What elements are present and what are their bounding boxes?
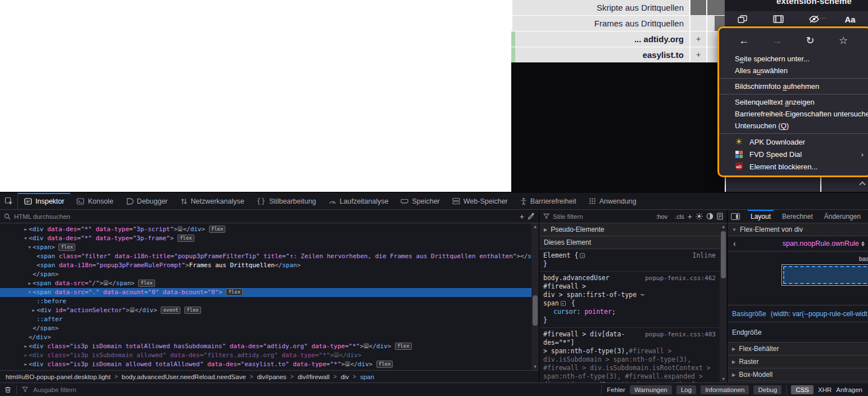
firewall-cell[interactable]: [690, 0, 706, 15]
badge-event[interactable]: event: [161, 307, 180, 314]
badge-flex[interactable]: flex: [209, 226, 226, 233]
markup-line[interactable]: ::after: [0, 315, 539, 324]
tab-speicher[interactable]: Speicher: [394, 193, 446, 209]
flex-item-selector[interactable]: span.noopRule.ownRule: [736, 240, 859, 248]
breadcrumb-item[interactable]: body.advancedUser.needReload.needSave: [122, 374, 246, 380]
no-popups-icon[interactable]: [725, 15, 761, 24]
breadcrumb-item[interactable]: html#uBO-popup-panel.desktop.light: [6, 374, 111, 380]
expand-ellipsis[interactable]: …: [334, 352, 339, 358]
markup-scrollbar[interactable]: ▲ ▼: [531, 223, 539, 370]
bookmark-star-icon[interactable]: ☆: [835, 34, 851, 47]
expand-ellipsis[interactable]: …: [345, 361, 350, 367]
firewall-cell[interactable]: [690, 16, 706, 31]
menu-item-view-source[interactable]: Seitenquelltext anzeigen: [719, 96, 868, 108]
inline-style-rule[interactable]: Inline Element { }: [539, 249, 720, 272]
tab-stilbearbeitung[interactable]: {}Stilbearbeitung: [251, 193, 322, 209]
expand-ellipsis[interactable]: …: [103, 280, 108, 286]
console-filter-warnungen[interactable]: Warnungen: [630, 385, 672, 394]
trash-icon[interactable]: [4, 386, 11, 393]
rules-scrollbar[interactable]: ▲ ▼: [720, 223, 727, 382]
menu-item-block-element[interactable]: uO Element blockieren...: [719, 160, 868, 173]
badge-flex[interactable]: flex: [178, 235, 194, 242]
tab-web-speicher[interactable]: Web-Speicher: [446, 193, 514, 209]
css-rule-403[interactable]: popup-fenix.css:403 #firewall > div[data…: [539, 328, 720, 382]
css-rule-462[interactable]: popup-fenix.css:462 body.advancedUser #f…: [539, 272, 720, 328]
badge-flex[interactable]: flex: [395, 343, 412, 350]
ubo-firewall-row[interactable]: ... adtidy.org+: [511, 32, 725, 47]
expand-ellipsis[interactable]: …: [130, 307, 135, 313]
eyedropper-icon[interactable]: [528, 213, 535, 220]
menu-item-inspect[interactable]: Untersuchen (Q): [719, 120, 868, 132]
breadcrumb-item[interactable]: span: [360, 374, 374, 380]
expand-arrow[interactable]: ▶: [22, 360, 29, 369]
class-toggle[interactable]: .cls: [675, 213, 684, 220]
light-theme-icon[interactable]: [696, 213, 703, 220]
expand-arrow[interactable]: ▶: [22, 225, 29, 234]
console-filter-log[interactable]: Log: [676, 385, 696, 394]
collapse-caret-icon[interactable]: [859, 181, 865, 187]
reload-icon[interactable]: ↻: [802, 34, 818, 47]
expand-arrow[interactable]: ▶: [26, 279, 33, 288]
menu-item-fvd-speed-dial[interactable]: FVD Speed Dial ›: [719, 148, 868, 160]
tab-barrierefreiheit[interactable]: Barrierefreiheit: [514, 193, 583, 209]
badge-flex[interactable]: flex: [376, 361, 393, 368]
firewall-cell[interactable]: +: [690, 32, 706, 47]
stylesheet-link[interactable]: popup-fenix.css:403: [645, 330, 716, 339]
expand-arrow[interactable]: ▶: [22, 351, 29, 360]
markup-line[interactable]: <span data-i18n="popup3pFrameRulePrompt"…: [0, 261, 539, 270]
ubo-firewall-row[interactable]: Frames aus Drittquellen: [511, 16, 725, 31]
selector-highlighter-icon[interactable]: [580, 253, 585, 258]
console-filter-informationen[interactable]: Informationen: [701, 385, 749, 394]
css-declaration[interactable]: cursor: pointer;: [543, 308, 716, 316]
menu-item-select-all[interactable]: Alles auswählen: [719, 65, 868, 76]
tab-layout[interactable]: Layout: [746, 210, 776, 223]
expand-ellipsis[interactable]: …: [178, 226, 183, 232]
markup-line[interactable]: <span class="filter" data-i18n-title="po…: [0, 252, 539, 261]
scrollbar-thumb[interactable]: [721, 231, 726, 278]
flex-item-section[interactable]: ▼Flex-Element von div: [728, 223, 868, 236]
no-large-media-icon[interactable]: [761, 15, 797, 23]
markup-line[interactable]: ▶<div id="actionSelector">…</div> event …: [0, 306, 539, 315]
grid-section[interactable]: ▶Raster: [728, 356, 868, 368]
tab-debugger[interactable]: Debugger: [120, 193, 174, 209]
breadcrumb-item[interactable]: div#firewall: [298, 374, 330, 380]
stylesheet-link[interactable]: popup-fenix.css:462: [645, 274, 716, 282]
console-filter-fehler[interactable]: Fehler: [607, 386, 625, 393]
pick-element-icon[interactable]: [0, 193, 18, 209]
tab-inspektor[interactable]: Inspektor: [18, 193, 70, 209]
markup-line[interactable]: ▶<div class="is3p isSubdomain allowed" d…: [0, 351, 539, 360]
menu-item-apk-downloader[interactable]: ☀ APK Downloader: [719, 136, 868, 148]
markup-line[interactable]: ▶<div class="is3p isDomain totalAllowed …: [0, 342, 539, 351]
no-cosmetic-filtering-icon[interactable]: ...: [797, 15, 833, 23]
markup-line[interactable]: </span>: [0, 270, 539, 279]
scroll-down-icon[interactable]: ▼: [720, 376, 727, 382]
tab-konsole[interactable]: Konsole: [70, 193, 119, 209]
badge-flex[interactable]: flex: [226, 289, 243, 296]
add-rule-icon[interactable]: +: [688, 213, 692, 220]
sidebar-toggle-icon[interactable]: [731, 213, 740, 220]
tab-anwendung[interactable]: Anwendung: [583, 193, 643, 209]
console-filter-input[interactable]: [33, 386, 596, 393]
expand-arrow[interactable]: ▶: [30, 306, 37, 315]
markup-line[interactable]: ▶<div class="is3p isDomain allowed total…: [0, 360, 539, 369]
badge-flex[interactable]: flex: [58, 244, 75, 251]
html-search-input[interactable]: [14, 213, 516, 220]
markup-line[interactable]: ▼<span> flex: [0, 243, 539, 252]
expand-ellipsis[interactable]: …: [363, 343, 369, 349]
dark-theme-icon[interactable]: [706, 213, 714, 220]
no-remote-fonts-icon[interactable]: Aa: [832, 15, 868, 24]
add-node-icon[interactable]: +: [520, 213, 524, 220]
selector-highlighter-icon[interactable]: [561, 301, 566, 306]
firewall-cell[interactable]: [707, 0, 725, 15]
menu-item-screenshot[interactable]: Bildschirmfoto aufnehmen: [719, 80, 868, 92]
breadcrumb-item[interactable]: div: [340, 374, 349, 380]
scroll-down-icon[interactable]: ▼: [531, 363, 539, 370]
tab-laufzeitanalyse[interactable]: Laufzeitanalyse: [322, 193, 395, 209]
badge-flex[interactable]: flex: [138, 280, 155, 287]
expand-arrow[interactable]: ▶: [22, 342, 29, 351]
scrollbar-thumb[interactable]: [533, 295, 538, 326]
tab-netzwerkanalyse[interactable]: Netzwerkanalyse: [174, 193, 251, 209]
expand-arrow[interactable]: ▼: [22, 234, 29, 243]
tab-changes[interactable]: Änderungen: [819, 210, 866, 223]
ubo-firewall-row[interactable]: Skripte aus Drittquellen: [511, 0, 725, 15]
